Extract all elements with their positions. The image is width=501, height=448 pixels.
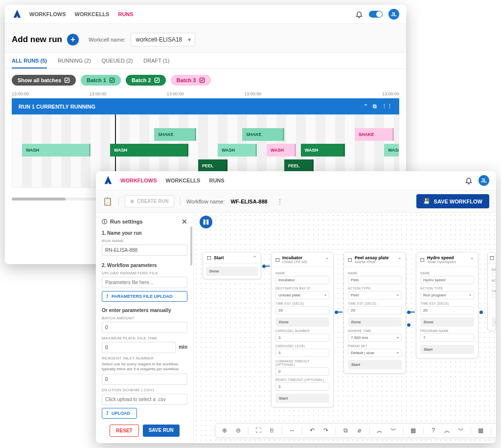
node-partial[interactable]: ⬚ NAM ACT TIM S — [487, 252, 496, 331]
chip-all-batches[interactable]: Show all batches — [12, 75, 76, 86]
run-banner[interactable]: RUN 1 CURRENTLY RUNNING ⌃ ⧉ ⋮⋮ — [12, 98, 399, 114]
name-input[interactable]: Hydro speed — [420, 276, 474, 284]
chip-batch-3[interactable]: Batch 3 — [171, 75, 211, 86]
name-input[interactable]: Peel — [348, 276, 402, 284]
redo-icon[interactable]: ↷ — [322, 426, 330, 434]
block-wash[interactable]: WASH — [301, 144, 345, 157]
tab-queued[interactable]: QUEUED (2) — [102, 58, 133, 68]
block-wash[interactable]: WASH — [267, 144, 296, 157]
nav-workcells[interactable]: WORKCELLS — [166, 178, 201, 183]
ready-timeout-input[interactable]: 3 — [275, 382, 329, 391]
add-run-button[interactable]: + — [67, 34, 79, 45]
param-set-select[interactable]: Default | slow — [348, 349, 402, 357]
zoom-out-icon[interactable]: ⊖ — [234, 426, 242, 434]
adhere-time-select[interactable]: 7,500 m/s — [348, 334, 402, 342]
cmd-timeout-input[interactable]: 0 — [275, 367, 329, 376]
block-wash[interactable]: WASH — [384, 144, 399, 157]
layout-icon[interactable] — [200, 216, 212, 228]
clipboard-icon[interactable]: 📋 — [103, 197, 113, 206]
main-nav: WORKFLOWS WORKCELLS RUNS — [29, 11, 134, 17]
chevron-up-icon[interactable]: ⌃ — [253, 255, 257, 260]
expand-icon[interactable]: ↔ — [288, 426, 296, 434]
tab-draft[interactable]: DRAFT (1) — [143, 58, 169, 68]
chevron-up-icon[interactable]: ⌃ — [398, 257, 402, 262]
zoom-in-icon[interactable]: ⊕ — [221, 426, 228, 434]
run-name-input[interactable] — [102, 245, 187, 256]
node-peel[interactable]: ⬚Peel assay plateAzenta XPeel⌃ NAME Peel… — [343, 252, 406, 374]
chevron-up-icon[interactable]: ⌃ — [470, 257, 474, 262]
chip-batch-2[interactable]: Batch 2 — [126, 75, 166, 86]
link-icon[interactable]: ⧉ — [342, 426, 350, 434]
time-input[interactable]: 20 — [348, 306, 402, 314]
input[interactable] — [492, 272, 496, 276]
tab-all-runs[interactable]: ALL RUNS (5) — [12, 58, 47, 68]
time-input[interactable]: 20 — [275, 306, 329, 314]
undo-icon[interactable]: ↶ — [308, 426, 316, 434]
nav-workflows[interactable]: WORKFLOWS — [120, 178, 157, 183]
input[interactable] — [492, 283, 496, 287]
action-type-select[interactable]: Peel — [348, 291, 402, 299]
batch-amount-input[interactable] — [102, 322, 187, 333]
chevron-up-icon[interactable]: ⌃ — [325, 257, 329, 262]
copy-icon[interactable]: ⧉ — [373, 103, 377, 110]
idle-time-input[interactable] — [102, 342, 176, 353]
collapse-icon[interactable]: ⌃ — [364, 103, 368, 110]
collapse-all-icon[interactable]: ︽ — [443, 426, 451, 434]
node-incubator[interactable]: ⬚IncubatorLiconic LPX 220⌃ NAME Incubato… — [271, 252, 334, 407]
action-type-select[interactable]: Run program — [420, 291, 474, 299]
create-run-button[interactable]: ⊕CREATE RUN — [125, 195, 174, 207]
nav-workcells[interactable]: WORKCELLS — [75, 11, 110, 17]
collapse-all-icon[interactable]: ︽ — [376, 426, 384, 434]
time-input[interactable]: 20 — [420, 306, 474, 314]
reagent-input[interactable] — [102, 374, 187, 385]
parameters-upload-button[interactable]: ⤴PARAMETERS FILE UPLOAD — [102, 291, 187, 302]
workflow-canvas[interactable]: ⬚Start⌃ Done ⬚IncubatorLiconic LPX 220⌃ … — [194, 213, 496, 443]
bell-icon[interactable] — [465, 177, 473, 184]
reset-button[interactable]: RESET — [110, 425, 138, 437]
save-workflow-button[interactable]: 💾SAVE WORKFLOW — [416, 194, 489, 208]
chip-batch-1[interactable]: Batch 1 — [81, 75, 121, 86]
block-shake[interactable]: SHAKE — [154, 128, 196, 141]
workflow-kebab-icon[interactable]: ⋮ — [276, 198, 283, 205]
tab-running[interactable]: RUNNING (2) — [58, 58, 91, 68]
node-start[interactable]: ⬚Start⌃ Done — [203, 252, 261, 279]
port-out[interactable] — [407, 323, 410, 327]
expand-all-icon[interactable]: ︾ — [389, 426, 397, 434]
block-peel[interactable]: PEEL — [198, 159, 228, 172]
block-wash[interactable]: WASH — [110, 144, 188, 157]
close-icon[interactable]: ✕ — [182, 218, 187, 225]
block-shake[interactable]: SHAKE — [242, 128, 284, 141]
carousel-number-input[interactable]: 3 — [275, 334, 329, 342]
port-out[interactable] — [479, 311, 483, 314]
avatar[interactable]: JL — [478, 175, 489, 186]
nav-workflows[interactable]: WORKFLOWS — [29, 11, 66, 17]
help-icon[interactable]: ? — [430, 426, 437, 434]
name-input[interactable]: Incubator — [275, 276, 329, 284]
carousel-level-input[interactable]: 3 — [275, 349, 329, 357]
save-run-button[interactable]: SAVE RUN — [143, 425, 180, 437]
layout-icon[interactable]: ▦ — [477, 426, 485, 434]
destination-select[interactable]: Unload plate — [275, 291, 329, 299]
lock-icon[interactable]: ⎘ — [268, 426, 276, 434]
dilution-upload-button[interactable]: ⤴UPLOAD — [102, 408, 137, 419]
block-wash[interactable]: WASH — [22, 144, 91, 157]
nav-runs[interactable]: RUNS — [118, 11, 133, 17]
input[interactable] — [492, 294, 496, 298]
fit-icon[interactable]: ⛶ — [254, 426, 262, 434]
block-peel[interactable]: PEEL — [284, 159, 314, 172]
unlink-icon[interactable]: ⌀ — [356, 426, 364, 434]
expand-all-icon[interactable]: ︾ — [457, 426, 465, 434]
theme-toggle[interactable] — [369, 11, 383, 18]
block-wash[interactable]: WASH — [218, 144, 257, 157]
dilution-input[interactable] — [102, 394, 187, 405]
parameters-file-input[interactable] — [102, 277, 187, 288]
node-hydrospeed[interactable]: ⬚Hydro speedTecan Hydrospeed⌃ NAME Hydro… — [416, 252, 478, 358]
workcell-select[interactable]: workcell-ELISA18 — [131, 33, 196, 46]
nav-runs[interactable]: RUNS — [209, 178, 224, 183]
bell-icon[interactable] — [355, 10, 363, 18]
avatar[interactable]: JL — [388, 9, 399, 20]
block-shake[interactable]: SHAKE — [355, 128, 394, 141]
layout-icon[interactable]: ▦ — [410, 426, 417, 434]
program-name-input[interactable]: 7 — [420, 334, 474, 342]
more-icon[interactable]: ⋮⋮ — [382, 103, 392, 110]
